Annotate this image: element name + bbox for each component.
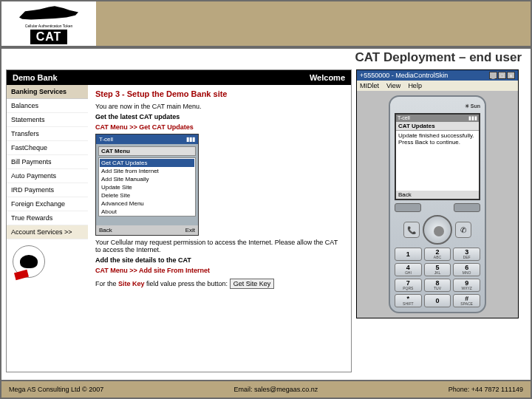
logo-subtitle: Cellular Authentication Token	[25, 24, 72, 28]
keypad-key-3[interactable]: 3DEF	[453, 248, 480, 261]
dpad[interactable]	[423, 215, 452, 245]
end-call-button[interactable]: ✆	[455, 222, 471, 238]
page-title: CAT Deployment – end user	[355, 50, 522, 65]
get-updates-link[interactable]: Get CAT Updates	[139, 123, 193, 131]
mini-phone-carrier: T-cell	[99, 136, 113, 143]
sitekey-text: field value press the button:	[145, 280, 228, 287]
sidebar-item[interactable]: True Rewards	[7, 211, 88, 225]
footer-copyright: Mega AS Consulting Ltd © 2007	[9, 386, 103, 393]
close-icon[interactable]: ×	[507, 72, 515, 79]
logo-text: CAT	[30, 30, 68, 44]
keypad-key-2[interactable]: 2ABC	[424, 248, 451, 261]
sidebar-item[interactable]: FastCheque	[7, 141, 88, 155]
keypad-key-0[interactable]: 0	[424, 294, 451, 307]
cat-logo: Cellular Authentication Token CAT	[1, 1, 96, 46]
mini-soft-right[interactable]: Exit	[185, 227, 195, 233]
menu-item[interactable]: About	[100, 208, 194, 216]
phone-screen: T-cell▮▮▮ CAT Updates Update finished su…	[395, 113, 480, 200]
menu-item[interactable]: Add Site Manually	[100, 175, 194, 183]
keypad-key-*[interactable]: *SHIFT	[395, 294, 422, 307]
nav-header: Banking Services	[7, 85, 88, 99]
menu-item[interactable]: Get CAT Updates	[100, 159, 194, 167]
bank-sidebar: Banking Services BalancesStatementsTrans…	[7, 85, 88, 293]
footer-email: Email: sales@megaas.co.nz	[234, 386, 318, 393]
sitekey-text: For the	[95, 280, 118, 287]
menu-path-prefix: CAT Menu >>	[95, 267, 139, 274]
sitekey-label: Site Key	[118, 280, 145, 287]
keypad-key-7[interactable]: 7PQRS	[395, 279, 422, 292]
footer: Mega AS Consulting Ltd © 2007 Email: sal…	[1, 380, 531, 398]
instruction-heading: Get the latest CAT updates	[95, 113, 344, 120]
maximize-icon[interactable]: □	[498, 72, 506, 79]
menu-midlet[interactable]: MIDlet	[360, 82, 379, 89]
keypad-key-9[interactable]: 9WXYZ	[453, 279, 480, 292]
emulator-window: +5550000 - MediaControlSkin _□× MIDlet V…	[356, 69, 519, 318]
keypad-key-8[interactable]: 8TUV	[424, 279, 451, 292]
phone-icon: 📞	[407, 226, 416, 234]
sidebar-item[interactable]: Balances	[7, 99, 88, 113]
menu-item[interactable]: Add Site from Internet	[100, 167, 194, 175]
menu-item[interactable]: Update Site	[100, 183, 194, 191]
phone-soft-left[interactable]: Back	[398, 191, 412, 198]
get-site-key-button[interactable]: Get Site Key	[230, 279, 275, 289]
keypad-key-#[interactable]: #SPACE	[453, 294, 480, 307]
sun-logo: ☀ Sun	[465, 103, 480, 109]
demo-bank-frame: Demo Bank Welcome Banking Services Balan…	[6, 69, 352, 372]
right-softkey[interactable]	[454, 203, 480, 212]
sidebar-item[interactable]: Foreign Exchange	[7, 197, 88, 211]
sidebar-item[interactable]: Account Services >>	[7, 225, 88, 239]
keypad-key-4[interactable]: 4GHI	[395, 263, 422, 276]
cat-silhouette-icon	[20, 255, 38, 268]
minimize-icon[interactable]: _	[489, 72, 497, 79]
step-title: Step 3 - Setup the Demo Bank site	[95, 89, 344, 98]
signal-icon: ▮▮▮	[186, 136, 195, 143]
sidebar-item[interactable]: Transfers	[7, 127, 88, 141]
sidebar-item[interactable]: Bill Payments	[7, 155, 88, 169]
instruction-line: Your Cellular may request permission to …	[95, 239, 344, 253]
call-button[interactable]: 📞	[403, 222, 420, 238]
sidebar-item[interactable]: Statements	[7, 113, 88, 127]
carrier-label: T-cell	[398, 115, 410, 121]
keypad-key-5[interactable]: 5JKL	[424, 263, 451, 276]
footer-phone: Phone: +44 7872 111149	[449, 386, 523, 393]
phone-device: ☀ Sun T-cell▮▮▮ CAT Updates Update finis…	[389, 95, 486, 313]
menu-item[interactable]: Delete Site	[100, 191, 194, 200]
screen-body: Update finished successfully.Press Back …	[396, 131, 479, 191]
hangup-icon: ✆	[460, 226, 466, 234]
menu-path-prefix: CAT Menu >>	[95, 123, 139, 131]
bank-name: Demo Bank	[13, 73, 58, 82]
bank-main-content: Step 3 - Setup the Demo Bank site You ar…	[88, 85, 351, 293]
sidebar-item[interactable]: IRD Payments	[7, 183, 88, 197]
bank-welcome: Welcome	[310, 73, 345, 82]
instruction-heading: Add the site details to the CAT	[95, 256, 344, 264]
emulator-window-title: +5550000 - MediaControlSkin	[360, 72, 448, 79]
left-softkey[interactable]	[395, 203, 421, 212]
menu-help[interactable]: Help	[408, 82, 422, 89]
ribbon-icon	[14, 270, 29, 280]
cat-badge	[13, 245, 45, 278]
keypad-key-1[interactable]: 1	[395, 248, 422, 261]
signal-icon: ▮▮▮	[468, 115, 477, 121]
keypad-key-6[interactable]: 6MNO	[453, 263, 480, 276]
mini-soft-left[interactable]: Back	[99, 227, 112, 233]
add-site-link[interactable]: Add site From Internet	[139, 267, 210, 274]
instruction-line: You are now in the CAT main Menu.	[95, 103, 344, 110]
panther-icon	[19, 3, 78, 24]
menu-view[interactable]: View	[386, 82, 400, 89]
screen-title: CAT Updates	[396, 122, 479, 131]
cat-menu-screenshot: T-cell▮▮▮ CAT Menu Get CAT UpdatesAdd Si…	[95, 134, 199, 236]
mini-menu-title: CAT Menu	[98, 146, 196, 156]
sidebar-item[interactable]: Auto Payments	[7, 169, 88, 183]
menu-item[interactable]: Advanced Menu	[100, 200, 194, 208]
